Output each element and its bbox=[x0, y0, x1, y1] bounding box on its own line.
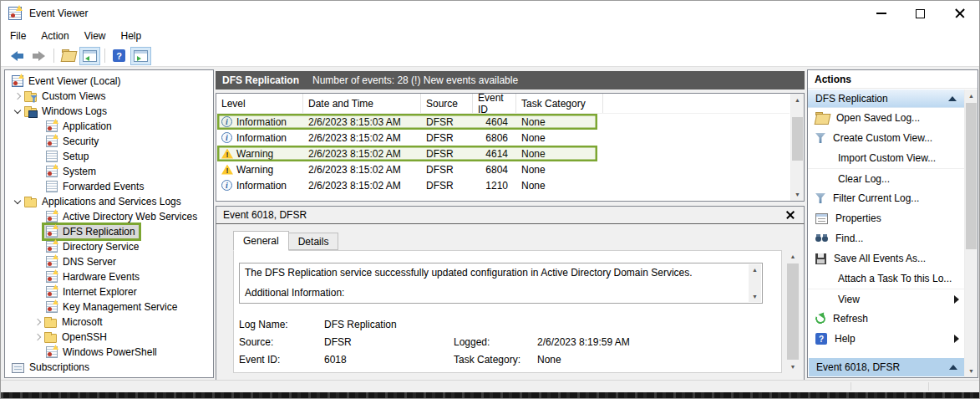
actions-section-header[interactable]: DFS Replication bbox=[808, 90, 964, 108]
scroll-down-button[interactable] bbox=[965, 365, 977, 377]
event-row[interactable]: Information 2/6/2023 8:15:02 AM DFSR 680… bbox=[216, 130, 790, 146]
tree-chevron-icon[interactable] bbox=[13, 91, 23, 101]
tree-chevron-icon[interactable] bbox=[13, 106, 23, 116]
tree-chevron-icon[interactable] bbox=[33, 317, 43, 327]
scrollbar-thumb[interactable] bbox=[966, 103, 977, 249]
tree-item[interactable]: Forwarded Events bbox=[5, 179, 213, 194]
tree-item[interactable]: Security bbox=[5, 134, 213, 149]
action-item[interactable]: Save All Events As... bbox=[808, 248, 964, 269]
open-saved-log-button[interactable] bbox=[58, 47, 79, 65]
action-item[interactable]: Help bbox=[808, 329, 964, 349]
tree-item-hit[interactable]: OpenSSH bbox=[43, 330, 110, 344]
event-row[interactable]: Information 2/6/2023 8:15:03 AM DFSR 460… bbox=[216, 114, 790, 130]
column-header[interactable]: Event ID bbox=[473, 94, 516, 113]
scroll-up-button[interactable] bbox=[791, 94, 804, 106]
tree-item[interactable]: Microsoft bbox=[5, 315, 213, 330]
tree-item[interactable]: Application bbox=[5, 119, 213, 134]
tree-item[interactable]: Active Directory Web Services bbox=[5, 209, 213, 224]
tree-item-hit[interactable]: Event Viewer (Local) bbox=[10, 74, 124, 88]
detail-close-button[interactable] bbox=[784, 208, 797, 222]
forward-button[interactable] bbox=[28, 47, 49, 65]
tree-item-hit[interactable]: Security bbox=[44, 135, 102, 148]
tree-item[interactable]: Setup bbox=[5, 149, 213, 164]
detail-tab[interactable]: Details bbox=[288, 233, 339, 250]
scrollbar-thumb[interactable] bbox=[792, 117, 803, 161]
detail-scrollbar[interactable] bbox=[786, 250, 800, 373]
event-row[interactable]: Information 2/6/2023 8:15:02 AM DFSR 121… bbox=[216, 177, 790, 193]
tree-item-hit[interactable]: Key Management Service bbox=[44, 300, 180, 314]
show-action-pane-button[interactable] bbox=[130, 47, 151, 65]
scroll-down-button[interactable] bbox=[791, 188, 804, 201]
tree-item[interactable]: Applications and Services Logs bbox=[5, 194, 213, 209]
close-button[interactable] bbox=[940, 1, 979, 26]
tree-item[interactable]: Windows Logs bbox=[5, 104, 213, 119]
column-header[interactable]: Task Category bbox=[516, 94, 603, 113]
tree-item[interactable]: System bbox=[5, 164, 213, 179]
tree-item-hit[interactable]: Application bbox=[44, 120, 115, 133]
action-item[interactable]: Filter Current Log... bbox=[808, 188, 964, 208]
message-scrollbar[interactable] bbox=[749, 264, 761, 302]
tree-item-hit[interactable]: Forwarded Events bbox=[44, 180, 147, 193]
event-section-header[interactable]: Event 6018, DFSR bbox=[809, 358, 965, 376]
collapse-icon[interactable] bbox=[948, 96, 957, 101]
tree-item-hit[interactable]: Active Directory Web Services bbox=[44, 210, 201, 223]
maximize-button[interactable] bbox=[901, 1, 940, 26]
tree-item-hit[interactable]: Windows Logs bbox=[23, 105, 110, 118]
scrollbar-thumb[interactable] bbox=[787, 263, 799, 360]
scroll-down-button[interactable] bbox=[749, 291, 761, 302]
tree-item[interactable]: Hardware Events bbox=[5, 269, 213, 284]
tree-item-hit[interactable]: Hardware Events bbox=[44, 270, 143, 284]
tree-item-hit[interactable]: Microsoft bbox=[43, 315, 106, 329]
event-row[interactable]: Warning 2/6/2023 8:15:02 AM DFSR 4614 No… bbox=[216, 146, 790, 161]
tree-chevron-icon[interactable] bbox=[33, 332, 43, 342]
action-item[interactable]: Find... bbox=[808, 228, 964, 248]
actions-scrollbar[interactable] bbox=[964, 90, 977, 377]
tree-item[interactable]: Event Viewer (Local) bbox=[5, 74, 213, 89]
action-item[interactable]: View bbox=[808, 289, 964, 309]
tree-item[interactable]: Key Management Service bbox=[5, 299, 213, 315]
menu-item[interactable]: Action bbox=[33, 28, 76, 44]
action-item[interactable]: Properties bbox=[808, 208, 964, 228]
action-item[interactable]: Attach a Task To this Lo... bbox=[808, 269, 964, 289]
collapse-icon[interactable] bbox=[949, 365, 957, 370]
scroll-up-button[interactable] bbox=[965, 90, 977, 102]
menu-item[interactable]: File bbox=[3, 28, 33, 44]
tree-item-hit[interactable]: Directory Service bbox=[44, 240, 142, 253]
column-header[interactable]: Source bbox=[421, 94, 473, 113]
tree-item[interactable]: Internet Explorer bbox=[5, 284, 213, 299]
tree-item-hit[interactable]: DNS Server bbox=[44, 255, 119, 269]
event-row[interactable]: Warning 2/6/2023 8:15:02 AM DFSR 6804 No… bbox=[216, 161, 790, 177]
column-header[interactable]: Level bbox=[216, 94, 303, 113]
tree-item-hit[interactable]: Subscriptions bbox=[10, 361, 93, 374]
menu-item[interactable]: Help bbox=[114, 28, 150, 44]
tree-chevron-icon[interactable] bbox=[13, 197, 23, 207]
tree-item-hit[interactable]: Windows PowerShell bbox=[44, 345, 160, 359]
show-console-tree-button[interactable] bbox=[79, 47, 100, 65]
scroll-up-button[interactable] bbox=[786, 250, 800, 263]
tree-item-hit[interactable]: Applications and Services Logs bbox=[23, 195, 185, 208]
action-item[interactable]: Create Custom View... bbox=[808, 128, 964, 148]
tree-item[interactable]: DFS Replication bbox=[5, 224, 213, 239]
tree-item-hit[interactable]: DFS Replication bbox=[44, 225, 139, 238]
menu-item[interactable]: View bbox=[77, 28, 114, 44]
back-button[interactable] bbox=[7, 47, 28, 65]
tree-item-hit[interactable]: Custom Views bbox=[23, 90, 109, 103]
action-item[interactable]: Clear Log... bbox=[808, 168, 964, 188]
minimize-button[interactable] bbox=[861, 1, 901, 26]
action-item[interactable]: Refresh bbox=[808, 309, 964, 329]
tree-item[interactable]: Windows PowerShell bbox=[5, 345, 213, 360]
help-button[interactable] bbox=[109, 47, 129, 65]
tree-item[interactable]: DNS Server bbox=[5, 254, 213, 269]
action-item[interactable]: Open Saved Log... bbox=[808, 108, 964, 128]
column-header[interactable]: Date and Time bbox=[303, 94, 421, 113]
tree-item-hit[interactable]: System bbox=[44, 165, 99, 178]
tree-item[interactable]: OpenSSH bbox=[5, 330, 213, 345]
scroll-up-button[interactable] bbox=[749, 264, 761, 275]
tree-item[interactable]: Directory Service bbox=[5, 239, 213, 254]
tree-item-hit[interactable]: Internet Explorer bbox=[44, 285, 140, 299]
tree-item-hit[interactable]: Setup bbox=[44, 150, 92, 163]
tree-item[interactable]: Custom Views bbox=[5, 89, 213, 104]
action-item[interactable]: Import Custom View... bbox=[808, 148, 964, 168]
tree-item[interactable]: Subscriptions bbox=[5, 360, 213, 375]
event-list-scrollbar[interactable] bbox=[790, 94, 804, 201]
